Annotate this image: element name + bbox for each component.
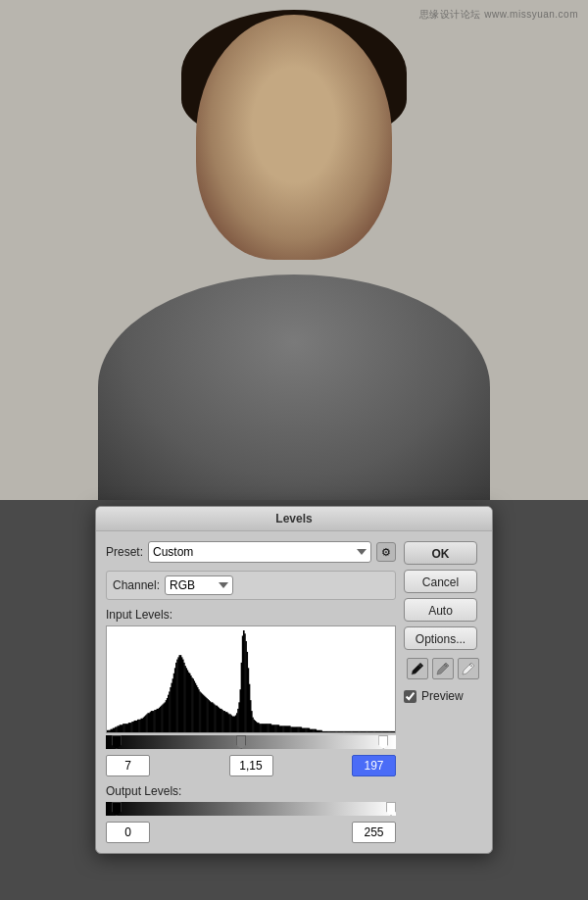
preset-row: Preset: Custom ⚙ xyxy=(106,541,396,563)
midtone-slider[interactable] xyxy=(236,735,246,749)
output-white-slider[interactable] xyxy=(386,802,396,816)
output-black-value[interactable] xyxy=(106,822,150,843)
eyedropper-gray-icon xyxy=(436,662,450,675)
dialog-body: Preset: Custom ⚙ Channel: RGB Input Leve… xyxy=(96,531,492,853)
input-values-row xyxy=(106,755,396,776)
auto-button[interactable]: Auto xyxy=(404,598,477,622)
preview-checkbox[interactable] xyxy=(404,690,416,703)
black-point-slider[interactable] xyxy=(112,735,122,749)
input-mid-value[interactable] xyxy=(229,755,273,776)
preview-label[interactable]: Preview xyxy=(421,689,464,703)
ok-button[interactable]: OK xyxy=(404,541,477,565)
output-levels-label: Output Levels: xyxy=(106,784,396,798)
preview-row: Preview xyxy=(404,689,482,703)
histogram-canvas xyxy=(107,626,395,732)
head xyxy=(196,15,392,260)
dialog-titlebar: Levels xyxy=(96,507,492,531)
input-levels-label: Input Levels: xyxy=(106,608,396,622)
gear-icon: ⚙ xyxy=(381,546,391,559)
eyedropper-black-button[interactable] xyxy=(407,658,428,679)
eyedropper-gray-button[interactable] xyxy=(432,658,454,679)
input-white-value[interactable] xyxy=(352,755,396,776)
cancel-button[interactable]: Cancel xyxy=(404,570,477,593)
eyedropper-white-button[interactable] xyxy=(458,658,479,679)
left-panel: Preset: Custom ⚙ Channel: RGB Input Leve… xyxy=(106,541,396,843)
output-slider-track[interactable] xyxy=(106,802,396,816)
body xyxy=(98,275,490,500)
options-button[interactable]: Options... xyxy=(404,626,477,650)
right-panel: OK Cancel Auto Options... xyxy=(404,541,482,843)
levels-dialog: Levels Preset: Custom ⚙ Channel: RGB xyxy=(95,506,493,854)
eyedropper-black-icon xyxy=(411,662,424,675)
white-point-slider[interactable] xyxy=(378,735,388,749)
dialog-title: Levels xyxy=(275,512,312,525)
preset-select[interactable]: Custom xyxy=(148,541,371,563)
output-black-slider[interactable] xyxy=(112,802,122,816)
channel-label: Channel: xyxy=(113,578,160,592)
preset-label: Preset: xyxy=(106,545,143,559)
output-values-row xyxy=(106,822,396,843)
input-black-value[interactable] xyxy=(106,755,150,776)
channel-row: Channel: RGB xyxy=(106,571,396,600)
input-slider-track[interactable] xyxy=(106,735,396,749)
histogram-container xyxy=(106,625,396,733)
photo-area: 思缘设计论坛 www.missyuan.com xyxy=(0,0,588,500)
eyedropper-row xyxy=(404,658,482,679)
channel-select[interactable]: RGB xyxy=(165,575,233,595)
eyedropper-white-icon xyxy=(462,662,475,675)
gear-button[interactable]: ⚙ xyxy=(376,542,396,562)
output-white-value[interactable] xyxy=(352,822,396,843)
watermark: 思缘设计论坛 www.missyuan.com xyxy=(419,8,578,22)
